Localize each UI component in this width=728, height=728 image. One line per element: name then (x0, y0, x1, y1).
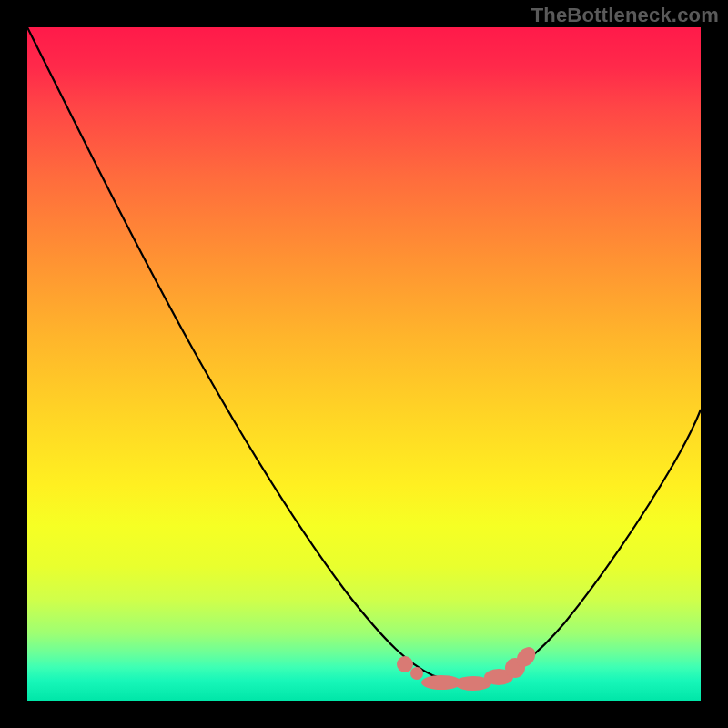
chart-frame: TheBottleneck.com (0, 0, 728, 728)
svg-point-1 (410, 667, 423, 680)
watermark-text: TheBottleneck.com (531, 4, 719, 27)
plot-area (27, 27, 701, 701)
svg-point-0 (397, 656, 413, 672)
plot-svg (27, 27, 701, 701)
bottleneck-curve (27, 27, 701, 683)
